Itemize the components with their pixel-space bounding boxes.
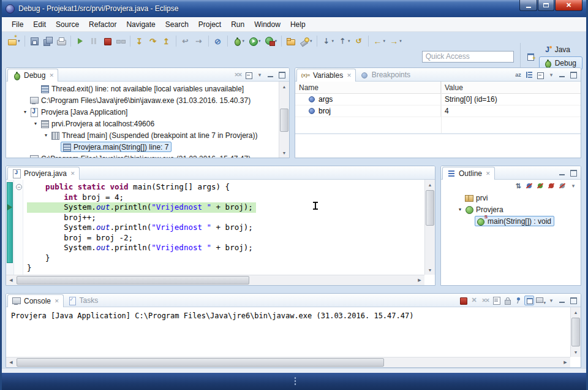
console-vertical-scrollbar[interactable]: ▲ ▼ xyxy=(570,307,581,357)
search-button[interactable]: ▾ xyxy=(298,34,314,48)
view-menu-icon[interactable] xyxy=(546,296,556,305)
remove-all-terminated-icon[interactable] xyxy=(480,296,490,305)
scrollbar-thumb[interactable] xyxy=(426,190,434,226)
scroll-down-arrow[interactable]: ▼ xyxy=(571,347,581,357)
tree-item[interactable]: Provjera.main(String[]) line: 7 xyxy=(6,141,289,153)
view-menu-icon[interactable] xyxy=(546,70,556,80)
view-menu-icon[interactable] xyxy=(568,181,578,191)
tab-provjera-java[interactable]: Provjera.java ✕ xyxy=(7,167,80,180)
forward-button[interactable]: ▾ xyxy=(387,34,404,48)
save-button[interactable] xyxy=(28,34,41,48)
scrollbar-thumb[interactable] xyxy=(17,276,249,285)
tree-item[interactable]: Smain(String[]) : void xyxy=(441,215,581,227)
variable-row[interactable]: broj4 xyxy=(295,105,581,117)
maximize-button[interactable] xyxy=(538,0,554,11)
collapse-all-icon[interactable] xyxy=(535,70,545,80)
expanded-arrow-icon[interactable]: ▾ xyxy=(31,121,40,126)
maximize-icon[interactable] xyxy=(277,70,287,80)
minimize-button[interactable] xyxy=(519,0,537,11)
scroll-lock-icon[interactable] xyxy=(502,296,512,305)
tree-item[interactable]: Thread.exit() line: not available [local… xyxy=(6,83,289,94)
menu-project[interactable]: Project xyxy=(194,18,226,31)
maximize-icon[interactable] xyxy=(568,168,578,178)
terminate-button[interactable] xyxy=(100,34,114,48)
minimize-icon[interactable] xyxy=(557,70,567,80)
pin-console-icon[interactable] xyxy=(513,296,523,305)
selected-tree-item[interactable]: Provjera.main(String[]) line: 7 xyxy=(61,142,172,152)
new-wizard-button[interactable]: ▾ xyxy=(6,34,22,48)
show-type-names-icon[interactable] xyxy=(513,70,523,80)
annotation-ruler[interactable] xyxy=(6,180,14,275)
menu-refactor[interactable]: Refactor xyxy=(84,18,121,31)
next-annotation-button[interactable]: ▾ xyxy=(320,34,336,48)
hide-static-icon[interactable] xyxy=(535,181,545,191)
save-all-button[interactable] xyxy=(41,34,55,48)
back-button[interactable]: ▾ xyxy=(371,34,388,48)
run-external-button[interactable]: ▾ xyxy=(263,34,279,48)
close-tab-icon[interactable]: ✕ xyxy=(70,170,75,177)
expanded-arrow-icon[interactable]: ▾ xyxy=(21,109,29,115)
scroll-up-arrow[interactable]: ▲ xyxy=(571,307,581,317)
tab-breakpoints[interactable]: Breakpoints xyxy=(356,68,414,81)
hide-fields-icon[interactable] xyxy=(524,181,534,191)
code-line[interactable]: } xyxy=(27,263,424,273)
collapse-all-icon[interactable] xyxy=(244,70,254,80)
code-line[interactable]: broj = broj -2; xyxy=(27,233,424,243)
scroll-up-arrow[interactable]: ▲ xyxy=(279,82,289,91)
detail-pane-sash[interactable] xyxy=(295,133,581,134)
disconnect-button[interactable] xyxy=(114,34,127,48)
hide-local-types-icon[interactable] xyxy=(557,181,567,191)
tree-item[interactable]: prvi xyxy=(441,192,581,204)
minimize-icon[interactable] xyxy=(557,296,567,305)
scrollbar-thumb[interactable] xyxy=(17,358,384,367)
name-column-header[interactable]: Name xyxy=(295,82,441,93)
variables-table-header[interactable]: Name Value xyxy=(295,82,581,94)
step-return-button[interactable] xyxy=(160,34,173,48)
tab-variables[interactable]: Variables ✕ xyxy=(296,69,356,82)
menu-file[interactable]: File xyxy=(7,18,28,31)
run-button[interactable]: ▾ xyxy=(246,34,263,48)
console-horizontal-scrollbar[interactable]: ◀ ▶ xyxy=(6,357,570,367)
view-menu-icon[interactable] xyxy=(255,70,265,80)
drop-to-frame-button[interactable] xyxy=(179,34,192,48)
tree-item[interactable]: ▾Provjera [Java Application] xyxy=(6,106,289,118)
scroll-down-arrow[interactable]: ▼ xyxy=(279,148,289,158)
editor-vertical-scrollbar[interactable]: ▲ ▼ xyxy=(424,180,435,275)
open-console-icon[interactable] xyxy=(535,296,545,305)
display-selected-icon[interactable] xyxy=(524,296,534,305)
close-tab-icon[interactable]: ✕ xyxy=(55,298,59,304)
menu-run[interactable]: Run xyxy=(226,18,249,31)
suspend-button[interactable] xyxy=(87,34,100,48)
open-file-button[interactable] xyxy=(284,34,298,48)
clear-console-icon[interactable] xyxy=(491,296,501,305)
tab-tasks[interactable]: Tasks xyxy=(64,294,102,307)
menu-navigate[interactable]: Navigate xyxy=(121,18,160,31)
code-line[interactable]: System.out.println("Vrijednost " + broj)… xyxy=(27,243,424,253)
perspective-java-button[interactable]: Java xyxy=(539,43,582,56)
remove-launch-icon[interactable] xyxy=(469,296,479,305)
scroll-left-arrow[interactable]: ◀ xyxy=(6,275,16,285)
code-line[interactable]: public static void main(String[] args) { xyxy=(27,182,424,193)
code-line[interactable]: } xyxy=(27,253,424,264)
titlebar[interactable]: Debug - Projekat1/src/prvi/Provjera.java… xyxy=(2,0,586,17)
resize-gripper[interactable] xyxy=(294,377,296,386)
sort-icon[interactable] xyxy=(513,181,523,191)
quick-access-input[interactable] xyxy=(422,51,514,63)
debug-vertical-scrollbar[interactable]: ▲ ▼ xyxy=(279,82,289,158)
tree-item[interactable]: ▾Provjera xyxy=(441,204,581,215)
expanded-arrow-icon[interactable]: ▾ xyxy=(42,132,50,138)
code-area[interactable]: public static void main(String[] args) {… xyxy=(23,180,424,275)
expanded-arrow-icon[interactable]: ▾ xyxy=(456,207,464,212)
prev-annotation-button[interactable]: ▾ xyxy=(336,34,352,48)
menu-search[interactable]: Search xyxy=(160,18,194,31)
scrollbar-thumb[interactable] xyxy=(571,318,580,346)
value-column-header[interactable]: Value xyxy=(441,83,581,92)
code-line[interactable]: int broj = 4; xyxy=(27,193,424,203)
code-line[interactable]: System.out.println("Vrijednost " + broj)… xyxy=(27,223,424,233)
variable-row[interactable]: argsString[0] (id=16) xyxy=(295,94,581,105)
scroll-up-arrow[interactable]: ▲ xyxy=(425,180,435,189)
scroll-right-arrow[interactable]: ▶ xyxy=(560,358,570,367)
maximize-icon[interactable] xyxy=(568,296,578,305)
resume-button[interactable] xyxy=(74,34,87,48)
minimize-icon[interactable] xyxy=(266,70,276,80)
